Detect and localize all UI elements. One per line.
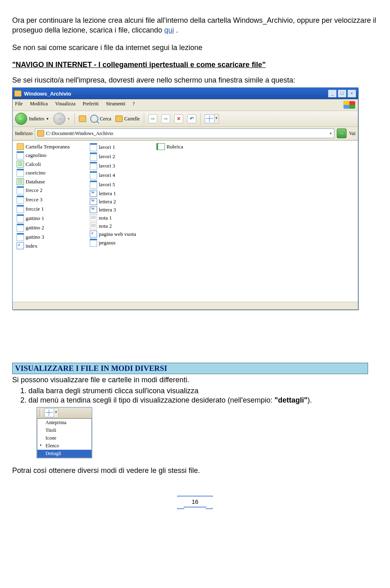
views-grid-icon [44, 408, 54, 417]
file-item[interactable]: lettera 1 [90, 190, 136, 197]
file-item[interactable]: Cartella Temporanea [17, 143, 69, 150]
xls-icon [17, 178, 24, 185]
file-label: lavori 5 [99, 181, 115, 188]
go-button[interactable]: → [337, 128, 347, 138]
after-text: Potrai così ottenere diversi modi di ved… [12, 466, 378, 475]
file-item[interactable]: frecce 3 [17, 196, 69, 204]
views-button-small[interactable]: ▼ [44, 408, 58, 418]
status-bar [13, 302, 358, 309]
section-heading: VISUALIZZARE I FILE IN MODI DIVERSI [12, 363, 368, 374]
folders-icon [115, 115, 123, 122]
windows-flag-icon [343, 101, 355, 109]
file-item[interactable]: lavori 2 [90, 152, 136, 161]
delete-icon[interactable]: ✕ [174, 114, 183, 123]
file-item[interactable]: lettera 2 [90, 198, 136, 205]
file-item[interactable]: lavori 5 [90, 181, 136, 189]
menu-modifica[interactable]: Modifica [30, 101, 48, 109]
folders-button[interactable]: Cartelle [115, 115, 140, 122]
file-label: Rubrica [167, 144, 183, 150]
file-label: frecce 3 [26, 196, 43, 203]
maximize-button[interactable]: □ [338, 89, 347, 98]
doc-icon [90, 190, 97, 197]
link-qui[interactable]: qui [164, 26, 174, 34]
img-icon [17, 224, 24, 232]
file-item[interactable]: Calcoli [17, 161, 69, 168]
file-item[interactable]: pegasus [90, 239, 136, 247]
close-button[interactable]: × [347, 89, 356, 98]
fold-icon [17, 143, 24, 150]
view-titoli[interactable]: Titoli [37, 427, 91, 434]
img-icon [90, 143, 97, 151]
toolbar: ← Indietro ▼ → ▼ Cerca Cartelle ⇨ ⇨ ✕ ↶ … [13, 111, 358, 127]
address-bar: Indirizzo C:\Documenti\Windows_Archivio … [13, 127, 358, 140]
file-item[interactable]: frecce 2 [17, 186, 69, 194]
file-label: lettera 1 [99, 190, 116, 197]
address-input[interactable]: C:\Documenti\Windows_Archivio ▼ [35, 128, 334, 138]
search-icon [90, 115, 98, 123]
file-item[interactable]: lavori 4 [90, 171, 136, 179]
undo-icon[interactable]: ↶ [187, 114, 196, 123]
menu-preferiti[interactable]: Preferiti [83, 101, 99, 109]
steps-list: dalla barra degli strumenti clicca sull'… [28, 387, 378, 405]
file-pane[interactable]: Cartella TemporaneacagnolinoCalcolicuori… [13, 140, 358, 302]
views-grid-icon [205, 114, 214, 123]
search-button[interactable]: Cerca [90, 115, 111, 123]
intro-p2a: Se non sai come scaricare i file da inte… [12, 43, 378, 52]
file-item[interactable]: index [17, 242, 69, 249]
wab-icon [156, 143, 165, 150]
minimize-button[interactable]: _ [328, 89, 337, 98]
doc-icon [90, 206, 97, 213]
file-item[interactable]: gattino 2 [17, 224, 69, 232]
menu-file[interactable]: File [15, 101, 23, 109]
views-dropdown-icon[interactable]: ▼ [214, 114, 219, 124]
move-to-icon[interactable]: ⇨ [148, 114, 157, 123]
img-icon [90, 171, 97, 179]
menu-visualizza[interactable]: Visualizza [55, 101, 76, 109]
file-item[interactable]: lettera 3 [90, 206, 136, 213]
file-label: pagina web vuota [99, 231, 136, 237]
img-icon [17, 196, 24, 204]
file-item[interactable]: lavori 3 [90, 162, 136, 170]
file-item[interactable]: lavori 1 [90, 143, 136, 151]
file-item[interactable]: cuoricino [17, 169, 69, 177]
file-item[interactable]: Rubrica [156, 143, 183, 150]
file-item[interactable]: cagnolino [17, 151, 69, 159]
explorer-window: Windows_Archivio _ □ × File Modifica Vis… [12, 87, 358, 310]
up-button[interactable] [79, 115, 86, 122]
file-item[interactable]: nota 2 [90, 222, 136, 229]
views-dropdown-icon[interactable]: ▼ [54, 408, 58, 418]
views-menu-screenshot: ▼ Anteprima Titoli Icone Elenco Dettagli [37, 407, 92, 458]
view-icone[interactable]: Icone [37, 434, 91, 442]
file-label: Database [26, 179, 45, 185]
view-elenco[interactable]: Elenco [37, 442, 91, 450]
file-item[interactable]: freccie 1 [17, 205, 69, 213]
file-label: index [26, 243, 37, 249]
view-dettagli[interactable]: Dettagli [37, 450, 91, 457]
copy-to-icon[interactable]: ⇨ [161, 114, 170, 123]
file-item[interactable]: pagina web vuota [90, 231, 136, 237]
file-item[interactable]: Database [17, 178, 69, 185]
forward-button[interactable]: → ▼ [53, 113, 70, 125]
step-2: dal menù a tendina scegli il tipo di vis… [28, 396, 378, 405]
file-item[interactable]: nota 1 [90, 214, 136, 221]
file-label: nota 2 [99, 223, 112, 229]
step-1: dalla barra degli strumenti clicca sull'… [28, 387, 378, 395]
view-anteprima[interactable]: Anteprima [37, 419, 91, 427]
file-item[interactable]: gattino 1 [17, 214, 69, 222]
views-dropdown-menu: Anteprima Titoli Icone Elenco Dettagli [37, 418, 92, 458]
address-label: Indirizzo [15, 131, 32, 137]
file-label: lavori 1 [99, 144, 115, 150]
doc-icon [90, 198, 97, 205]
img-icon [17, 169, 24, 177]
back-button[interactable]: ← Indietro ▼ [15, 113, 49, 125]
intro-p3: Se sei riuscito/a nell'impresa, dovresti… [12, 75, 378, 85]
titlebar[interactable]: Windows_Archivio _ □ × [13, 88, 358, 99]
views-button[interactable]: ▼ [205, 114, 219, 124]
file-item[interactable]: gattino 3 [17, 233, 69, 241]
file-label: lavori 2 [99, 153, 115, 160]
menu-strumenti[interactable]: Strumenti [106, 101, 125, 109]
menubar: File Modifica Visualizza Preferiti Strum… [13, 99, 358, 111]
menu-help[interactable]: ? [132, 101, 134, 109]
page-number: 16 [184, 496, 207, 507]
img-icon [17, 151, 24, 159]
